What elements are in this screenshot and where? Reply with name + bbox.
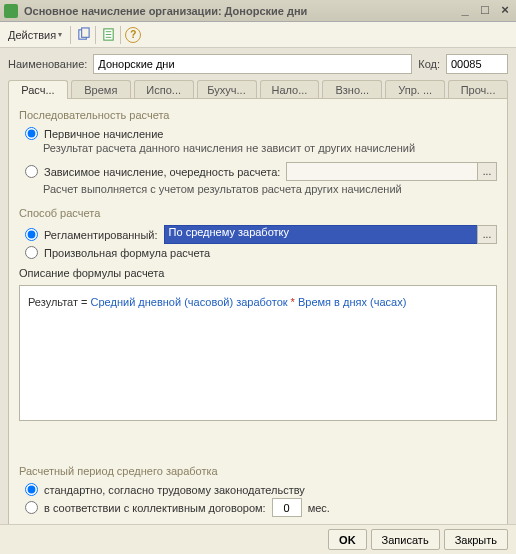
tab-accounting[interactable]: Бухуч... xyxy=(197,80,257,99)
radio-dependent[interactable] xyxy=(25,165,38,178)
code-label: Код: xyxy=(418,58,440,70)
dependent-order-input[interactable] xyxy=(286,162,477,181)
tab-calc[interactable]: Расч... xyxy=(8,80,68,99)
radio-primary[interactable] xyxy=(25,127,38,140)
name-label: Наименование: xyxy=(8,58,87,70)
save-button[interactable]: Записать xyxy=(371,529,440,550)
tab-contrib[interactable]: Взно... xyxy=(322,80,382,99)
formula-link-time[interactable]: Время в днях (часах) xyxy=(298,296,406,308)
name-input[interactable] xyxy=(93,54,412,74)
radio-period-std[interactable] xyxy=(25,483,38,496)
svg-rect-1 xyxy=(81,28,89,37)
app-icon xyxy=(4,4,18,18)
tab-time[interactable]: Время xyxy=(71,80,131,99)
regulated-select-button[interactable]: ... xyxy=(477,225,497,244)
tab-mgmt[interactable]: Упр. ... xyxy=(385,80,445,99)
hint-dependent: Расчет выполняется с учетом результатов … xyxy=(43,183,497,195)
regulated-select[interactable]: По среднему заработку xyxy=(164,225,477,244)
radio-regulated-label: Регламентированный: xyxy=(44,229,158,241)
close-button[interactable]: Закрыть xyxy=(444,529,508,550)
months-input[interactable] xyxy=(272,498,302,517)
dependent-order-button[interactable]: ... xyxy=(477,162,497,181)
radio-period-std-label: стандартно, согласно трудовому законодат… xyxy=(44,484,305,496)
ok-button[interactable]: OK xyxy=(328,529,367,550)
radio-dependent-label: Зависимое начисление, очередность расчет… xyxy=(44,166,280,178)
method-title: Способ расчета xyxy=(19,207,497,219)
sequence-title: Последовательность расчета xyxy=(19,109,497,121)
radio-custom-formula[interactable] xyxy=(25,246,38,259)
copy-icon[interactable] xyxy=(75,27,91,43)
chevron-down-icon: ▾ xyxy=(58,30,62,39)
radio-period-collective[interactable] xyxy=(25,501,38,514)
formula-link-avg[interactable]: Средний дневной (часовой) заработок xyxy=(91,296,288,308)
formula-title: Описание формулы расчета xyxy=(19,267,497,279)
months-suffix: мес. xyxy=(308,502,330,514)
actions-menu[interactable]: Действия ▾ xyxy=(4,27,66,43)
code-input[interactable] xyxy=(446,54,508,74)
radio-period-collective-label: в соответствии с коллективным договором: xyxy=(44,502,266,514)
maximize-button[interactable]: □ xyxy=(478,4,492,18)
help-icon[interactable]: ? xyxy=(125,27,141,43)
hint-primary: Результат расчета данного начисления не … xyxy=(43,142,497,154)
minimize-button[interactable]: _ xyxy=(458,4,472,18)
tab-tax[interactable]: Нало... xyxy=(260,80,320,99)
formula-box: Результат = Средний дневной (часовой) за… xyxy=(19,285,497,421)
window-title: Основное начисление организации: Донорск… xyxy=(24,5,458,17)
radio-primary-label: Первичное начисление xyxy=(44,128,163,140)
close-window-button[interactable]: × xyxy=(498,4,512,18)
radio-custom-formula-label: Произвольная формула расчета xyxy=(44,247,210,259)
period-title: Расчетный период среднего заработка xyxy=(19,465,497,477)
tab-other[interactable]: Проч... xyxy=(448,80,508,99)
tab-use[interactable]: Испо... xyxy=(134,80,194,99)
report-icon[interactable] xyxy=(100,27,116,43)
radio-regulated[interactable] xyxy=(25,228,38,241)
